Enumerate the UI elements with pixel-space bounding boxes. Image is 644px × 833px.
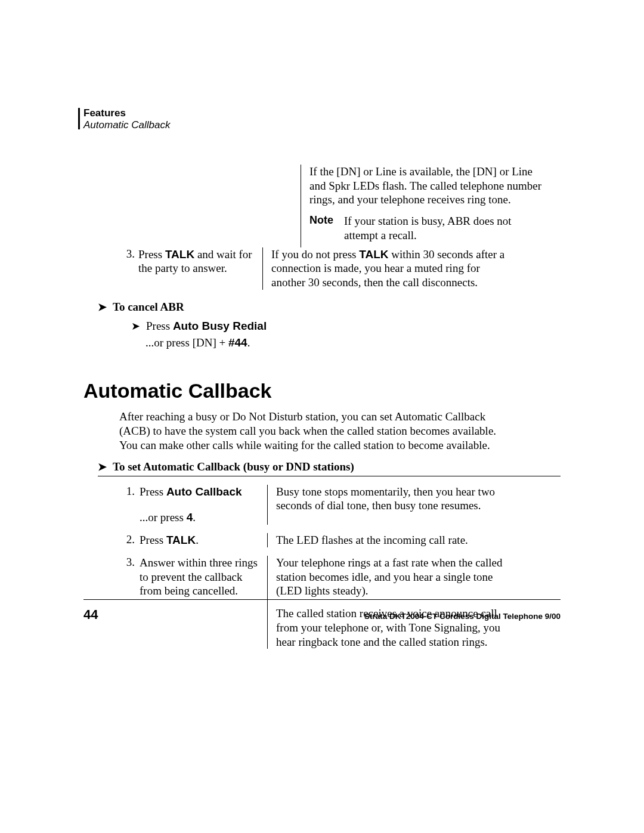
abr-step3-num: 3. <box>119 247 138 290</box>
cancel-abr-substep: ➤ Press Auto Busy Redial <box>131 320 561 333</box>
step-num: 3. <box>119 556 140 649</box>
step-right: Your telephone rings at a fast rate when… <box>267 556 512 649</box>
abr-step3-row: 3. Press TALK and wait for the party to … <box>119 247 561 290</box>
abr-step3-right: If you do not press TALK within 30 secon… <box>262 247 507 290</box>
step2-right: The LED flashes at the incoming call rat… <box>276 533 512 547</box>
step-right: The LED flashes at the incoming call rat… <box>267 533 512 547</box>
step3-right: Your telephone rings at a fast rate when… <box>276 556 512 598</box>
cancel-abr-orline: ...or press [DN] + #44. <box>145 336 561 349</box>
cancel-abr-heading: ➤ To cancel ABR <box>98 301 561 314</box>
abr-step3-left-pre: Press <box>138 248 165 261</box>
page-number: 44 <box>83 607 98 623</box>
abr-col-right: If the [DN] or Line is available, the [D… <box>301 165 545 247</box>
abr-col-left-empty <box>119 165 301 247</box>
note-label: Note <box>309 214 344 243</box>
abr-step3-left: Press TALK and wait for the party to ans… <box>138 247 262 290</box>
cancel-abr-or-pre: ...or press [DN] + <box>145 336 228 349</box>
abr-note-row: Note If your station is busy, ABR does n… <box>309 214 545 243</box>
cancel-abr-heading-text: To cancel ABR <box>113 301 184 314</box>
arrow-icon: ➤ <box>131 320 140 333</box>
page-footer: 44 Strata DKT2004-CT Cordless Digital Te… <box>83 607 561 623</box>
step-num: 2. <box>119 533 140 547</box>
set-acb-heading: ➤ To set Automatic Callback (busy or DND… <box>98 460 561 473</box>
step-left: Press Auto Callback ...or press 4. <box>140 485 267 525</box>
step1-extra-bold: 4 <box>187 511 193 524</box>
step-left: Press TALK. <box>140 533 267 547</box>
step1-extra-pre: ...or press <box>140 511 187 524</box>
footer-text: Strata DKT2004-CT Cordless Digital Telep… <box>364 612 561 621</box>
cancel-abr-or-post: . <box>247 336 250 349</box>
abr-step3-right-bold: TALK <box>359 248 388 261</box>
section-body: After reaching a busy or Do Not Disturb … <box>119 410 501 453</box>
cancel-abr-press-pre: Press <box>146 320 173 332</box>
abr-right-intro: If the [DN] or Line is available, the [D… <box>309 165 545 207</box>
header-accent-bar <box>78 108 80 129</box>
table-row: 2. Press TALK. The LED flashes at the in… <box>119 531 561 553</box>
arrow-icon: ➤ <box>98 460 107 473</box>
step2-left-pre: Press <box>140 534 166 546</box>
table-row: 1. Press Auto Callback ...or press 4. Bu… <box>119 482 561 531</box>
page-body: Features Automatic Callback If the [DN] … <box>0 0 644 655</box>
step3-left-post: Answer within three rings to prevent the… <box>140 556 258 597</box>
step1-right: Busy tone stops momentarily, then you he… <box>276 485 512 513</box>
arrow-icon: ➤ <box>98 301 107 314</box>
note-text: If your station is busy, ABR does not at… <box>344 214 545 243</box>
step1-extra-post: . <box>193 511 196 524</box>
table-row: 3. Answer within three rings to prevent … <box>119 553 561 655</box>
step-num: 1. <box>119 485 140 525</box>
cancel-abr-press-bold: Auto Busy Redial <box>173 320 267 332</box>
set-acb-steps: 1. Press Auto Callback ...or press 4. Bu… <box>119 482 561 655</box>
step2-left-bold: TALK <box>166 534 196 546</box>
cancel-abr-or-bold: #44 <box>228 336 247 349</box>
step2-left-post: . <box>196 534 199 546</box>
abr-continued-block: If the [DN] or Line is available, the [D… <box>119 165 561 247</box>
abr-step3-left-bold: TALK <box>165 248 194 261</box>
abr-step3-right-pre: If you do not press <box>271 248 359 261</box>
header-topic: Automatic Callback <box>83 119 561 131</box>
step-left: Answer within three rings to prevent the… <box>140 556 267 649</box>
section-title: Automatic Callback <box>83 379 561 402</box>
step1-left-pre: Press <box>140 485 166 498</box>
running-header: Features Automatic Callback <box>83 107 561 132</box>
set-acb-rule <box>98 476 561 476</box>
footer-rule <box>83 599 561 600</box>
step-right: Busy tone stops momentarily, then you he… <box>267 485 512 525</box>
header-chapter: Features <box>83 107 561 119</box>
step1-left-bold: Auto Callback <box>166 485 242 498</box>
cancel-abr-press: Press Auto Busy Redial <box>146 320 267 333</box>
set-acb-heading-text: To set Automatic Callback (busy or DND s… <box>113 460 354 473</box>
